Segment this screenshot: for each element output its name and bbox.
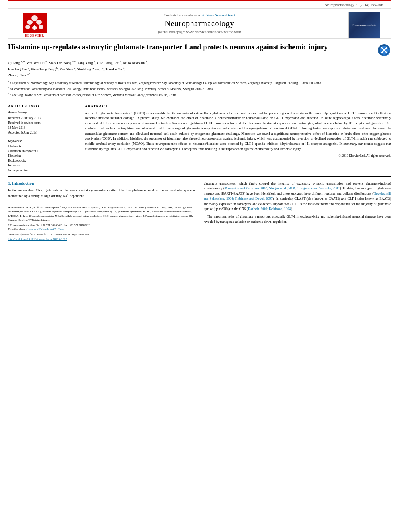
article-title: Histamine up-regulates astrocytic glutam… bbox=[8, 43, 377, 52]
ref-danbolt: Danbolt, 2001; Robinson, 1998 bbox=[248, 207, 291, 211]
keyword-ischemia: Ischemia bbox=[8, 163, 73, 168]
accepted-date: Accepted 6 June 2013 bbox=[8, 130, 73, 135]
neuro-image-area: Neuro pharmacology bbox=[346, 12, 383, 38]
affil-b: b b Department of Biochemistry and Molec… bbox=[8, 86, 391, 91]
abstract-column: ABSTRACT Astrocytic glutamate transporte… bbox=[85, 104, 391, 173]
svg-point-4 bbox=[25, 25, 30, 29]
keyword-histamine: Histamine bbox=[8, 154, 73, 158]
footnote-area: Abbreviations: ACSF, artificial cerebros… bbox=[8, 203, 195, 242]
received-date: Received 2 January 2013 bbox=[8, 116, 73, 121]
affiliations: a a Department of Pharmacology, Key Labo… bbox=[8, 80, 391, 97]
elsevier-logo-img bbox=[23, 13, 47, 33]
svg-point-2 bbox=[27, 20, 33, 25]
main-body: 1. Introduction In the mammalian CNS, gl… bbox=[8, 176, 391, 242]
journal-ref: Neuropharmacology 77 (2014) 156–166 bbox=[8, 1, 391, 7]
authors-line: Qi Fang a, b, Wei-Wei Hu a, Xiao-Fen Wan… bbox=[8, 60, 391, 78]
keyword-neuroprotection: Neuroprotection bbox=[8, 168, 73, 173]
intro-para2: glutamate transporters, which finely con… bbox=[204, 181, 391, 212]
intro-heading: 1. Introduction bbox=[8, 181, 195, 185]
neuro-img-box: Neuro pharmacology bbox=[348, 12, 380, 38]
ref-gegelashvili: Gegelashvili and Schousboe, 1998; Robins… bbox=[204, 191, 391, 201]
abstract-paragraph: Astrocytic glutamate transporter 1 (GLT-… bbox=[85, 111, 391, 152]
svg-point-1 bbox=[31, 15, 38, 21]
page: Neuropharmacology 77 (2014) 156–166 ELSE… bbox=[0, 0, 399, 532]
intro-text-right: glutamate transporters, which finely con… bbox=[204, 181, 391, 224]
article-title-section: Histamine up-regulates astrocytic glutam… bbox=[8, 43, 391, 56]
affil-a: a a Department of Pharmacology, Key Labo… bbox=[8, 80, 391, 85]
article-info-label: ARTICLE INFO bbox=[8, 104, 73, 108]
ref-maragakis: Maragakis and Rothstein, 2004; Shigeri e… bbox=[224, 186, 340, 190]
svg-point-3 bbox=[36, 20, 42, 25]
neuro-label: Neuro pharmacology bbox=[352, 23, 376, 27]
corresponding-note: * Corresponding author. Tel: +86 571 882… bbox=[8, 223, 195, 232]
article-info-abstract-section: ARTICLE INFO Article history: Received 2… bbox=[8, 101, 391, 173]
keyword-glutamate: Glutamate bbox=[8, 144, 73, 149]
sciverse-link[interactable]: SciVerse ScienceDirect bbox=[202, 13, 235, 17]
affil-c: c c Zhejiang Provincial Key Laboratory o… bbox=[8, 92, 391, 97]
intro-para3: The important roles of glutamate transpo… bbox=[204, 214, 391, 224]
article-content: Histamine up-regulates astrocytic glutam… bbox=[8, 43, 391, 242]
copyright-line: © 2013 Elsevier Ltd. All rights reserved… bbox=[85, 154, 391, 158]
revised-date: 13 May 2013 bbox=[8, 125, 73, 130]
email-label: E-mail address: bbox=[8, 228, 26, 231]
received-revised-label: Received in revised form bbox=[8, 121, 73, 125]
elsevier-logo-area: ELSEVIER bbox=[16, 13, 53, 37]
abstract-text: Astrocytic glutamate transporter 1 (GLT-… bbox=[85, 111, 391, 152]
keyword-excitotoxicity: Excitotoxicity bbox=[8, 158, 73, 163]
issn-note: 0028-3908/$ – see front matter © 2013 El… bbox=[8, 232, 195, 237]
doi-link[interactable]: http://dx.doi.org/10.1016/j.neuropharm.2… bbox=[8, 238, 67, 241]
crossmark-area bbox=[377, 43, 391, 56]
abbreviations-note: Abbreviations: ACSF, artificial cerebros… bbox=[8, 205, 195, 222]
sciverse-line: Contents lists available at SciVerse Sci… bbox=[53, 13, 346, 17]
svg-rect-7 bbox=[34, 25, 35, 30]
body-two-col: 1. Introduction In the mammalian CNS, gl… bbox=[8, 181, 391, 242]
keywords-label: Keywords: bbox=[8, 139, 73, 143]
intro-para1: In the mammalian CNS, glutamate is the m… bbox=[8, 188, 195, 199]
elsevier-label: ELSEVIER bbox=[25, 34, 44, 37]
body-left-col: 1. Introduction In the mammalian CNS, gl… bbox=[8, 181, 195, 242]
svg-point-6 bbox=[39, 25, 43, 29]
doi-note: http://dx.doi.org/10.1016/j.neuropharm.2… bbox=[8, 237, 195, 242]
journal-main-title: Neuropharmacology bbox=[53, 19, 346, 28]
abstract-label: ABSTRACT bbox=[85, 104, 391, 108]
journal-homepage: journal homepage: www.elsevier.com/locat… bbox=[53, 30, 346, 34]
homepage-text: journal homepage: www.elsevier.com/locat… bbox=[158, 30, 241, 34]
keyword-transporter: Glutamate transporter 1 bbox=[8, 149, 73, 154]
journal-title-area: Contents lists available at SciVerse Sci… bbox=[53, 13, 346, 37]
article-info-column: ARTICLE INFO Article history: Received 2… bbox=[8, 104, 78, 173]
email: chenzhong@zju.edu.cn (Z. Chen). bbox=[27, 228, 65, 231]
history-label: Article history: bbox=[8, 111, 73, 114]
journal-header: ELSEVIER Contents lists available at Sci… bbox=[8, 8, 391, 39]
crossmark-icon bbox=[378, 44, 390, 56]
sciverse-text: Contents lists available at bbox=[164, 13, 201, 17]
body-right-col: glutamate transporters, which finely con… bbox=[204, 181, 391, 242]
intro-text-left: In the mammalian CNS, glutamate is the m… bbox=[8, 188, 195, 199]
journal-ref-text: Neuropharmacology 77 (2014) 156–166 bbox=[325, 3, 383, 7]
